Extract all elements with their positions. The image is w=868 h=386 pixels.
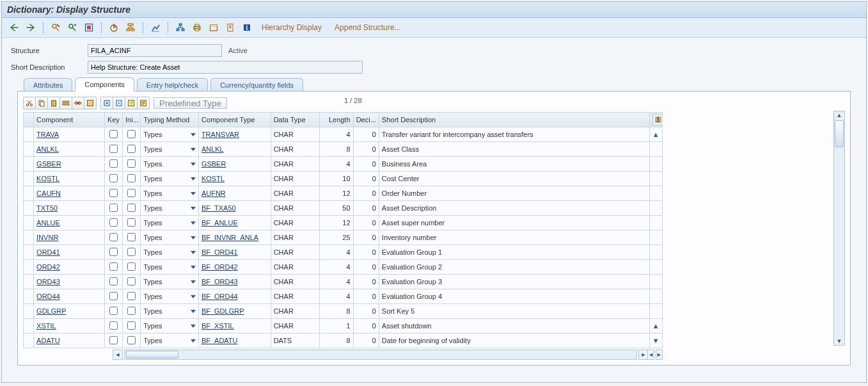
row-marker[interactable]: [24, 304, 34, 319]
cell-key[interactable]: [104, 319, 122, 334]
back-button[interactable]: [7, 20, 21, 35]
ctype-link[interactable]: BF_ANLUE: [201, 219, 238, 227]
row-marker[interactable]: [24, 289, 34, 304]
ini-checkbox[interactable]: [127, 174, 136, 182]
row-marker[interactable]: [24, 230, 34, 245]
ini-checkbox[interactable]: [127, 218, 136, 227]
cell-ctype[interactable]: AUFNR: [198, 186, 271, 201]
chevron-down-icon[interactable]: [191, 251, 196, 254]
chevron-down-icon[interactable]: [191, 236, 196, 239]
cell-ini[interactable]: [123, 230, 141, 245]
ctype-link[interactable]: BF_ORD44: [201, 293, 238, 300]
col-deci[interactable]: Deci...: [353, 113, 379, 127]
chevron-down-icon[interactable]: [191, 280, 196, 284]
key-checkbox[interactable]: [109, 145, 118, 153]
arrow-up-small-icon[interactable]: ▲: [652, 322, 659, 330]
cell-key[interactable]: [104, 230, 122, 245]
chevron-down-icon[interactable]: [191, 207, 196, 210]
cell-key[interactable]: [104, 157, 122, 172]
chevron-down-icon[interactable]: [191, 221, 196, 225]
tab-attributes[interactable]: Attributes: [24, 78, 72, 92]
cell-ctype[interactable]: BF_ORD42: [198, 260, 271, 275]
cell-component[interactable]: ANLUE: [34, 216, 105, 230]
cell-ini[interactable]: [123, 216, 141, 230]
where-used-button[interactable]: [123, 20, 138, 35]
cell-key[interactable]: [104, 127, 122, 142]
cell-ctype[interactable]: BF_ANLUE: [198, 216, 271, 230]
display-change-button[interactable]: [49, 20, 63, 35]
chevron-down-icon[interactable]: [191, 177, 196, 181]
ctype-link[interactable]: BF_ORD42: [201, 263, 238, 271]
key-checkbox[interactable]: [109, 262, 118, 271]
ini-checkbox[interactable]: [127, 159, 136, 168]
ini-checkbox[interactable]: [127, 292, 136, 300]
hierarchy-display-link[interactable]: Hierarchy Display: [256, 23, 327, 32]
ctype-link[interactable]: ANLKL: [201, 145, 224, 153]
ctype-link[interactable]: BF_XSTIL: [201, 322, 234, 330]
cell-typing[interactable]: Types: [141, 230, 199, 245]
tab-entry-help[interactable]: Entry help/check: [137, 78, 208, 92]
cell-component[interactable]: ORD41: [34, 245, 105, 260]
scroll-right2-icon[interactable]: ►: [656, 350, 663, 360]
key-checkbox[interactable]: [109, 307, 118, 315]
cell-typing[interactable]: Types: [141, 186, 199, 201]
ini-checkbox[interactable]: [127, 307, 136, 315]
cell-ctype[interactable]: BF_TXA50: [198, 201, 271, 216]
ini-checkbox[interactable]: [127, 130, 136, 138]
check-button[interactable]: [82, 20, 96, 35]
print-button[interactable]: [190, 20, 204, 35]
scroll-left-icon[interactable]: ◄: [113, 350, 123, 360]
col-marker[interactable]: [24, 113, 34, 127]
cell-ini[interactable]: [123, 157, 141, 172]
ctype-link[interactable]: AUFNR: [201, 189, 226, 197]
cell-typing[interactable]: Types: [141, 334, 199, 348]
component-link[interactable]: ORD42: [36, 263, 60, 271]
cell-ctype[interactable]: ANLKL: [198, 142, 271, 157]
cell-ini[interactable]: [123, 319, 141, 334]
cell-ctype[interactable]: BF_GDLGRP: [198, 304, 271, 319]
cell-component[interactable]: CAUFN: [34, 186, 105, 201]
other-object-button[interactable]: [65, 20, 79, 35]
key-checkbox[interactable]: [109, 336, 118, 344]
ini-checkbox[interactable]: [127, 262, 136, 271]
chevron-down-icon[interactable]: [191, 163, 196, 166]
row-marker[interactable]: [24, 260, 34, 275]
key-checkbox[interactable]: [109, 204, 118, 212]
row-marker[interactable]: [24, 216, 34, 230]
ctype-link[interactable]: BF_ADATU: [201, 337, 238, 344]
ini-checkbox[interactable]: [127, 145, 136, 153]
cell-component[interactable]: ORD43: [34, 275, 105, 289]
col-config[interactable]: [649, 113, 662, 127]
structure-field[interactable]: [88, 44, 222, 57]
cell-ini[interactable]: [123, 186, 141, 201]
ini-checkbox[interactable]: [127, 233, 136, 241]
cell-typing[interactable]: Types: [141, 275, 199, 289]
cell-ctype[interactable]: BF_ORD43: [198, 275, 271, 289]
cell-component[interactable]: INVNR: [34, 230, 105, 245]
component-link[interactable]: ORD43: [36, 278, 60, 285]
row-marker[interactable]: [24, 142, 34, 157]
chevron-down-icon[interactable]: [191, 325, 196, 328]
cell-typing[interactable]: Types: [141, 304, 199, 319]
cell-key[interactable]: [104, 304, 122, 319]
row-marker[interactable]: [24, 201, 34, 216]
builtin-type-button[interactable]: [138, 97, 150, 109]
chevron-down-icon[interactable]: [191, 339, 196, 342]
cell-typing[interactable]: Types: [141, 142, 199, 157]
search-help-button[interactable]: ?: [125, 97, 138, 109]
row-marker[interactable]: [24, 334, 34, 348]
component-link[interactable]: INVNR: [36, 234, 58, 241]
cell-component[interactable]: ANLKL: [34, 142, 105, 157]
chevron-down-icon[interactable]: [191, 192, 196, 195]
key-checkbox[interactable]: [109, 159, 118, 168]
copy-button[interactable]: [36, 97, 48, 109]
scroll-down-icon[interactable]: ▼: [834, 337, 844, 345]
col-desc[interactable]: Short Description: [379, 113, 649, 127]
delete-row-button[interactable]: [72, 97, 84, 109]
arrow-down-icon[interactable]: ▼: [652, 337, 659, 344]
cell-key[interactable]: [104, 201, 122, 216]
cell-ctype[interactable]: TRANSVAR: [198, 127, 271, 142]
cell-component[interactable]: ADATU: [34, 334, 105, 348]
cell-ini[interactable]: [123, 127, 141, 142]
new-tab-button[interactable]: [207, 20, 221, 35]
